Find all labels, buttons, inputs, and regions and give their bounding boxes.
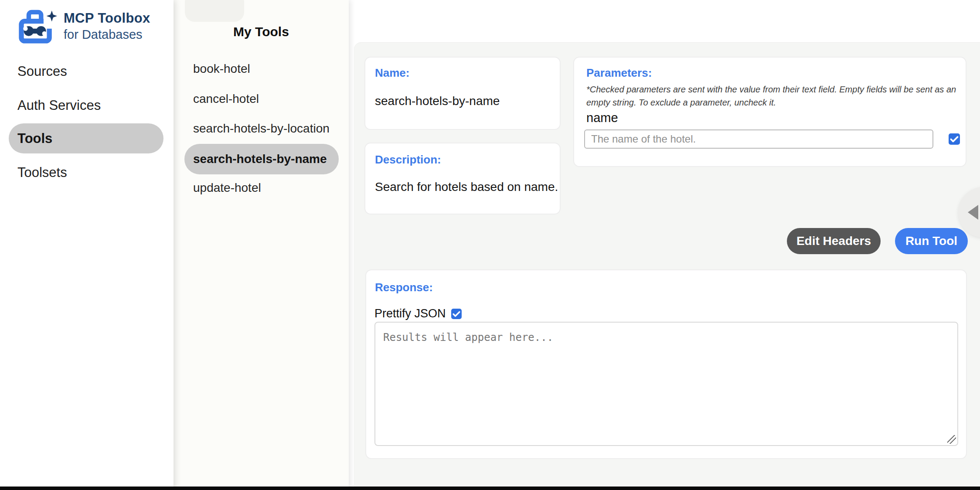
sidebar: MCP Toolbox for Databases Sources Auth S…: [0, 0, 174, 490]
sidebar-item-sources[interactable]: Sources: [17, 64, 67, 79]
checkmark-icon: [451, 309, 462, 319]
prettify-json-label: Prettify JSON: [374, 307, 446, 320]
logo-title: MCP Toolbox: [64, 10, 150, 26]
resize-handle-icon[interactable]: [947, 435, 956, 444]
edit-headers-button[interactable]: Edit Headers: [787, 228, 881, 254]
response-label: Response:: [375, 281, 433, 294]
tool-item-search-hotels-by-name-label: search-hotels-by-name: [193, 152, 327, 166]
tool-item-search-hotels-by-name[interactable]: search-hotels-by-name: [184, 144, 339, 174]
app-logo: MCP Toolbox for Databases: [14, 8, 150, 44]
sidebar-item-auth-services[interactable]: Auth Services: [17, 98, 101, 113]
param-name-input[interactable]: [584, 129, 933, 149]
bottom-edge-bar: [0, 487, 980, 490]
parameters-note: *Checked parameters are sent with the va…: [586, 83, 964, 109]
description-value: Search for hotels based on name.: [375, 180, 558, 194]
sidebar-item-tools-label: Tools: [17, 131, 52, 146]
run-tool-button[interactable]: Run Tool: [895, 228, 968, 254]
logo-subtitle: for Databases: [64, 27, 150, 42]
tool-item-cancel-hotel[interactable]: cancel-hotel: [193, 92, 259, 106]
tool-description-card: Description: Search for hotels based on …: [364, 143, 561, 214]
response-card: Response: Prettify JSON: [365, 269, 967, 459]
scrolled-pill-remnant: [185, 0, 244, 22]
tool-name-card: Name: search-hotels-by-name: [364, 57, 561, 130]
chevron-left-icon: [968, 205, 978, 220]
tool-item-update-hotel[interactable]: update-hotel: [193, 181, 261, 195]
param-name-label: name: [586, 111, 618, 125]
prettify-json-checkbox[interactable]: [451, 309, 462, 319]
toolbox-logo-icon: [14, 8, 58, 44]
sidebar-item-toolsets[interactable]: Toolsets: [17, 165, 67, 180]
tool-item-book-hotel[interactable]: book-hotel: [193, 62, 250, 76]
name-label: Name:: [375, 66, 409, 80]
parameters-card: Parameters: *Checked parameters are sent…: [573, 57, 966, 167]
wrench-glyph: [23, 26, 47, 36]
tools-panel-title: My Tools: [174, 24, 349, 39]
tools-list-panel: My Tools book-hotel cancel-hotel search-…: [174, 0, 349, 490]
parameters-label: Parameters:: [586, 66, 652, 80]
sparkle-glyph: [47, 10, 58, 21]
response-output-textarea[interactable]: [374, 322, 958, 446]
sidebar-item-tools[interactable]: Tools: [9, 123, 163, 153]
description-label: Description:: [375, 153, 441, 167]
param-name-checkbox[interactable]: [949, 133, 960, 145]
checkmark-icon: [949, 133, 960, 145]
name-value: search-hotels-by-name: [375, 94, 500, 108]
tool-item-search-hotels-by-location[interactable]: search-hotels-by-location: [193, 122, 330, 136]
